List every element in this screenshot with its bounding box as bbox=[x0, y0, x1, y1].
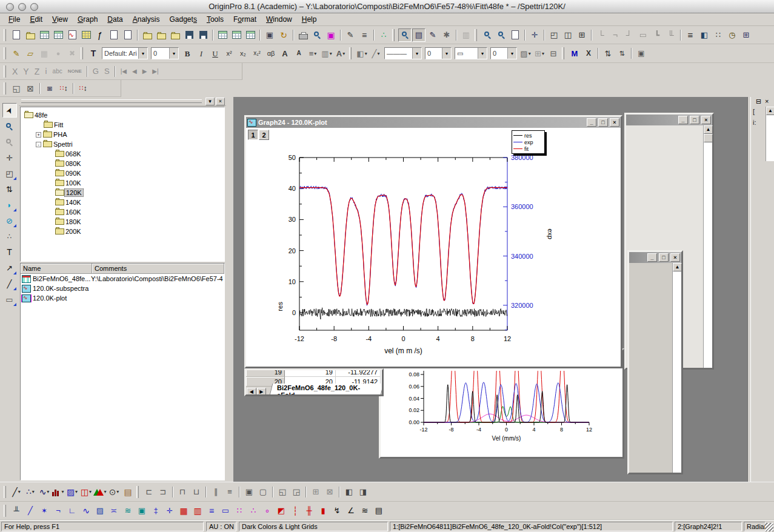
waterfall-plot[interactable]: ≋ bbox=[121, 504, 135, 517]
fill-pattern-text[interactable]: ▥▾ bbox=[320, 47, 333, 60]
mask-color-toggle[interactable]: ◙ bbox=[43, 82, 56, 95]
close-icon[interactable]: × bbox=[610, 118, 619, 127]
chevron-down-icon[interactable]: ▾ bbox=[138, 48, 147, 59]
maximize-icon[interactable]: □ bbox=[690, 116, 699, 124]
worksheet-tab[interactable]: Bi2FeMnO6_48fe_120_0K-aFold bbox=[269, 384, 384, 396]
chevron-down-icon[interactable]: ▾ bbox=[542, 51, 544, 56]
table-row[interactable]: 1919-11.92277 bbox=[246, 368, 382, 377]
inset-graph[interactable]: ▣ bbox=[135, 504, 148, 517]
layer-button-1[interactable]: 1 bbox=[248, 130, 258, 140]
toolbar-grip[interactable] bbox=[4, 29, 6, 41]
color-mapped-plot[interactable]: ◩ bbox=[275, 504, 288, 517]
chevron-down-icon[interactable]: ▾ bbox=[61, 489, 64, 494]
cell[interactable]: -11.92277 bbox=[336, 368, 381, 377]
marker-x[interactable]: X bbox=[10, 65, 20, 78]
data-display[interactable]: ∷ bbox=[712, 28, 725, 42]
dock-scrollbar[interactable]: ▲ bbox=[766, 107, 774, 161]
tree-item-Spettri[interactable]: -Spettri bbox=[21, 139, 224, 149]
extract-to-graphs[interactable]: ◫ bbox=[561, 28, 575, 42]
hlc-chart[interactable]: ╫ bbox=[302, 504, 316, 517]
menu-graph[interactable]: Graph bbox=[73, 14, 102, 25]
toolbar-grip[interactable] bbox=[475, 29, 477, 41]
annotation-abc[interactable]: abc bbox=[50, 65, 65, 78]
chevron-down-icon[interactable]: ▾ bbox=[104, 489, 106, 494]
text-tool[interactable]: T bbox=[2, 245, 17, 259]
line-color[interactable]: ╱▾ bbox=[369, 47, 382, 60]
candlestick-chart[interactable]: ▮ bbox=[316, 504, 330, 517]
distribute-vertical[interactable]: ≡ bbox=[223, 485, 236, 499]
cell-borders[interactable]: ⊞▾ bbox=[533, 47, 546, 60]
graph-window[interactable]: ∿ Graph24 - 120.0K-plot _ □ × -12-8-4048… bbox=[244, 115, 622, 368]
chevron-down-icon[interactable]: ▾ bbox=[116, 489, 119, 494]
script-window[interactable]: ✎ bbox=[426, 28, 439, 42]
new-folder[interactable] bbox=[24, 28, 37, 42]
save-project[interactable] bbox=[182, 28, 196, 42]
group-data[interactable]: G bbox=[90, 65, 101, 78]
column-plot[interactable]: ▾ bbox=[52, 485, 65, 499]
toolbar-grip[interactable] bbox=[4, 82, 6, 95]
bubble-plot[interactable]: ∘ bbox=[261, 504, 274, 517]
border-width-combo[interactable]: 0▾ bbox=[490, 47, 517, 59]
chevron-down-icon[interactable]: ▾ bbox=[507, 48, 516, 59]
toolbar-grip[interactable] bbox=[81, 47, 83, 59]
contour-plot[interactable]: ▨▾ bbox=[65, 485, 79, 499]
marker-y[interactable]: Y bbox=[21, 65, 31, 78]
vertical-scrollbar[interactable]: ▲ bbox=[672, 263, 681, 473]
line-symbol-plot[interactable]: ∿▾ bbox=[38, 485, 51, 499]
duplicate-window[interactable]: ▣ bbox=[263, 28, 276, 42]
menu-analysis[interactable]: Analysis bbox=[128, 14, 165, 25]
new-left-bottom-axes[interactable]: └ bbox=[595, 28, 608, 42]
background-window-right-titlebar[interactable]: _ □ × bbox=[629, 252, 681, 263]
bold[interactable]: B bbox=[181, 47, 194, 60]
new-notes[interactable] bbox=[121, 28, 135, 42]
new-excel[interactable] bbox=[52, 28, 65, 42]
pe-close-button[interactable]: × bbox=[216, 98, 225, 105]
import-ascii[interactable] bbox=[230, 28, 243, 42]
mask-cell[interactable]: M bbox=[568, 47, 581, 60]
chevron-down-icon[interactable]: ▾ bbox=[32, 489, 35, 494]
scroll-up-icon[interactable]: ▲ bbox=[673, 263, 682, 271]
tree-item-080K[interactable]: 080K bbox=[21, 159, 224, 168]
alignment[interactable]: ≡▾ bbox=[306, 47, 319, 60]
pointer-tool[interactable]: ➤ bbox=[2, 103, 17, 118]
vertical-drop-line-plot[interactable]: ╨ bbox=[10, 504, 23, 517]
double-y-plot[interactable]: ≍ bbox=[107, 504, 121, 517]
menu-tools[interactable]: Tools bbox=[202, 14, 229, 25]
code-organizer[interactable]: ∴ bbox=[377, 28, 390, 42]
panel-grip[interactable] bbox=[21, 99, 202, 103]
lock-toolbar[interactable]: ▣ bbox=[635, 47, 648, 60]
scatter-matrix-plot[interactable]: ∷ bbox=[233, 504, 246, 517]
data-cursor[interactable]: ⅰ bbox=[42, 65, 49, 78]
tree-item-180K[interactable]: 180K bbox=[21, 217, 224, 227]
screen-reader-tool[interactable]: ✛ bbox=[2, 150, 17, 165]
box-plot[interactable]: ◫▾ bbox=[79, 485, 93, 499]
save-template[interactable] bbox=[196, 28, 210, 42]
tree-expander-icon[interactable]: - bbox=[36, 142, 41, 147]
format-painter[interactable]: ✎ bbox=[10, 47, 23, 60]
toolbar-grip[interactable] bbox=[562, 47, 564, 59]
toolbar-grip[interactable] bbox=[4, 47, 6, 59]
scroll-up-icon[interactable]: ▲ bbox=[766, 107, 774, 115]
polar-plot[interactable]: ⊙▾ bbox=[107, 485, 121, 499]
select-on-active-plot-tool[interactable]: ◗ bbox=[2, 198, 17, 212]
toolbar-grip[interactable] bbox=[4, 505, 6, 517]
zoom-out-tool[interactable] bbox=[2, 135, 17, 149]
template-library[interactable]: ▤ bbox=[121, 485, 135, 499]
cancel-zoom[interactable]: ⊠ bbox=[24, 82, 37, 95]
ungroup-objects[interactable]: ▢ bbox=[256, 485, 270, 499]
scroll-up-icon[interactable]: ▲ bbox=[704, 125, 713, 134]
single-data[interactable]: S bbox=[102, 65, 112, 78]
date-time[interactable]: ◷ bbox=[726, 28, 739, 42]
horizontal-step-plot[interactable]: ¬ bbox=[52, 504, 65, 517]
chevron-down-icon[interactable]: ▾ bbox=[75, 489, 78, 494]
new-graph[interactable]: ∿ bbox=[65, 28, 79, 42]
menu-view[interactable]: View bbox=[47, 14, 73, 25]
line-width-combo[interactable]: 0▾ bbox=[425, 47, 452, 59]
floating-bar-plot[interactable]: ▭ bbox=[219, 504, 232, 517]
close-icon[interactable]: × bbox=[701, 116, 711, 124]
project-explorer[interactable] bbox=[398, 28, 412, 42]
minimize-icon[interactable]: _ bbox=[678, 116, 688, 124]
close-icon[interactable]: × bbox=[670, 253, 680, 262]
chevron-down-icon[interactable]: ▾ bbox=[89, 489, 92, 494]
unmask-cell[interactable]: X bbox=[582, 47, 595, 60]
